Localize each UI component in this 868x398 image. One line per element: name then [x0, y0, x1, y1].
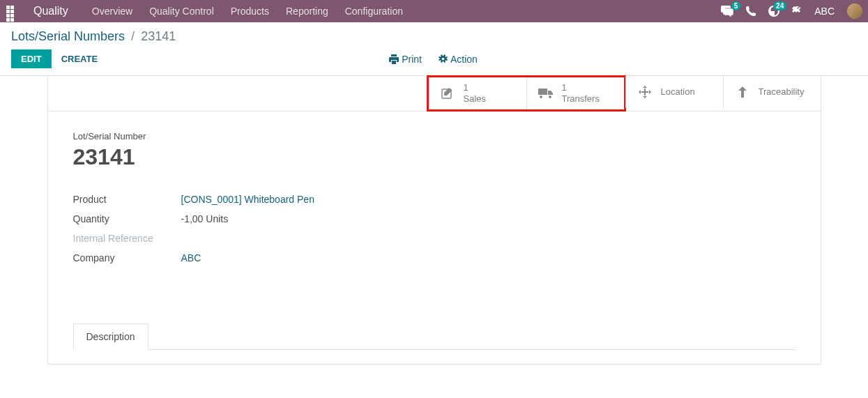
print-icon — [389, 54, 399, 64]
avatar[interactable] — [847, 3, 862, 19]
edit-icon — [440, 87, 455, 100]
topbar-menu: Overview Quality Control Products Report… — [92, 6, 403, 17]
action-label: Action — [450, 54, 478, 65]
menu-configuration[interactable]: Configuration — [345, 6, 403, 17]
breadcrumb-separator: / — [131, 29, 135, 43]
app-title[interactable]: Quality — [29, 5, 73, 17]
move-icon — [637, 86, 653, 98]
product-value[interactable]: [CONS_0001] Whiteboard Pen — [181, 194, 314, 205]
company-value[interactable]: ABC — [181, 252, 201, 263]
print-label: Print — [402, 54, 422, 65]
print-button[interactable]: Print — [389, 54, 422, 65]
debug-icon[interactable] — [792, 6, 802, 16]
product-label: Product — [73, 194, 181, 205]
stat-location-button[interactable]: Location — [625, 76, 723, 108]
menu-quality-control[interactable]: Quality Control — [149, 6, 214, 17]
breadcrumb-current: 23141 — [141, 29, 176, 43]
company-label: Company — [73, 252, 181, 263]
tabs: Description — [73, 323, 795, 350]
stat-sales-label: Sales — [464, 93, 487, 105]
quantity-label: Quantity — [73, 213, 181, 224]
messages-badge: 5 — [731, 1, 741, 10]
truck-icon — [538, 88, 554, 99]
activities-badge: 24 — [773, 1, 786, 10]
menu-reporting[interactable]: Reporting — [286, 6, 328, 17]
messages-icon[interactable]: 5 — [721, 6, 733, 17]
gear-icon — [439, 54, 448, 63]
stat-traceability-label: Traceability — [759, 86, 805, 98]
apps-icon[interactable] — [6, 5, 18, 17]
tab-description[interactable]: Description — [73, 323, 149, 350]
breadcrumb-parent[interactable]: Lots/Serial Numbers — [11, 29, 125, 43]
menu-products[interactable]: Products — [231, 6, 269, 17]
menu-overview[interactable]: Overview — [92, 6, 132, 17]
internal-reference-label: Internal Reference — [73, 233, 181, 244]
quantity-value: -1,00 Units — [181, 213, 229, 224]
arrow-up-icon — [735, 86, 750, 98]
stat-sales-count: 1 — [464, 82, 487, 93]
stat-transfers-button[interactable]: 1 Transfers — [526, 77, 624, 109]
lot-number-value: 23141 — [73, 144, 795, 170]
stat-location-label: Location — [661, 86, 695, 98]
stat-button-box: 1 Sales 1 Transfers — [48, 76, 821, 112]
user-name[interactable]: ABC — [814, 6, 835, 17]
breadcrumb: Lots/Serial Numbers / 23141 — [0, 22, 868, 47]
topbar: Quality Overview Quality Control Product… — [0, 0, 868, 22]
form-sheet: 1 Sales 1 Transfers — [47, 76, 821, 365]
lot-number-label: Lot/Serial Number — [73, 131, 795, 141]
action-button[interactable]: Action — [439, 54, 478, 65]
edit-button[interactable]: EDIT — [11, 49, 52, 68]
create-button[interactable]: CREATE — [52, 49, 107, 68]
controls-row: EDIT CREATE Print Action — [0, 47, 868, 76]
stat-traceability-button[interactable]: Traceability — [723, 76, 821, 108]
stat-transfers-count: 1 — [562, 82, 600, 93]
stat-sales-button[interactable]: 1 Sales — [429, 77, 526, 109]
phone-icon[interactable] — [746, 6, 756, 16]
activities-icon[interactable]: 24 — [768, 6, 779, 17]
stat-transfers-label: Transfers — [562, 93, 600, 105]
